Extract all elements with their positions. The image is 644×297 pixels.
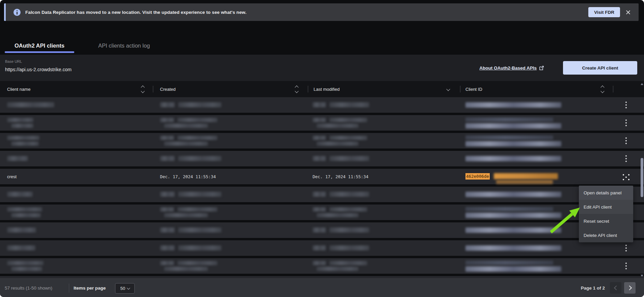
redacted-blur	[7, 192, 33, 197]
partial-row	[0, 276, 644, 278]
redacted-blur	[317, 141, 358, 146]
redacted-blur	[313, 118, 326, 122]
table-row-crest[interactable]: crestDec. 17, 2024 11:55:34Dec. 17, 2024…	[0, 169, 644, 187]
chevron-down-icon	[127, 286, 130, 289]
page-status: Page 1 of 2	[581, 279, 605, 297]
row-actions-kebab-icon[interactable]	[625, 102, 627, 108]
redacted-blur	[329, 156, 369, 161]
redacted-blur	[465, 192, 561, 197]
redacted-blur	[160, 227, 175, 233]
table-row[interactable]	[0, 187, 644, 205]
menu-item-delete-api-client[interactable]: Delete API client	[579, 228, 633, 242]
row-actions-open-icon[interactable]	[623, 174, 630, 180]
base-url-label: Base URL	[5, 59, 22, 63]
redacted-blur	[313, 156, 326, 161]
results-count: 57 results (1-50 shown)	[5, 279, 52, 297]
redacted-blur	[329, 136, 367, 140]
scrollbar-thumb[interactable]	[641, 158, 643, 197]
redacted-blur	[313, 207, 326, 212]
client-name-cell: crest	[7, 169, 17, 184]
sort-icon-created[interactable]	[295, 81, 298, 97]
banner-accent-bar	[4, 3, 6, 21]
redacted-blur	[329, 192, 369, 197]
table-row[interactable]	[0, 115, 644, 133]
redacted-blur	[329, 207, 367, 212]
redacted-blur	[7, 156, 28, 161]
redacted-blur	[160, 261, 174, 265]
table-row[interactable]	[0, 133, 644, 151]
table-row[interactable]	[0, 97, 644, 115]
redacted-blur	[11, 124, 33, 128]
redacted-blur	[178, 136, 217, 140]
row-actions-kebab-icon[interactable]	[625, 137, 627, 144]
column-header-client-name[interactable]: Client name	[7, 81, 30, 97]
redacted-blur	[178, 207, 217, 212]
redacted-blur	[178, 245, 221, 250]
redacted-blur	[178, 227, 221, 233]
tab-api-clients-action-log[interactable]: API clients action log	[88, 38, 160, 53]
redacted-blur	[178, 261, 217, 265]
scrollbar-down-arrow[interactable]	[641, 275, 643, 277]
redacted-blur	[496, 180, 553, 184]
redacted-blur	[160, 156, 175, 161]
redacted-blur	[494, 173, 558, 179]
redacted-blur	[465, 245, 561, 251]
redacted-blur	[465, 141, 561, 146]
redacted-blur	[313, 192, 326, 197]
row-actions-kebab-icon[interactable]	[625, 155, 627, 162]
redacted-blur	[178, 102, 221, 107]
redacted-blur	[329, 118, 367, 122]
sort-icon-last-modified[interactable]	[447, 81, 450, 97]
about-oauth2-apis-link[interactable]: About OAuth2-Based APIs	[479, 55, 544, 81]
tab-oauth2-api-clients[interactable]: OAuth2 API clients	[5, 38, 74, 53]
table-row[interactable]	[0, 205, 644, 222]
redacted-blur	[160, 136, 174, 140]
column-header-created[interactable]: Created	[160, 81, 176, 97]
column-header-client-id[interactable]: Client ID	[465, 81, 482, 97]
client-id-highlight[interactable]: 462e006de	[465, 173, 490, 180]
table-row[interactable]	[0, 240, 644, 258]
redacted-blur	[7, 207, 42, 212]
menu-item-edit-api-client[interactable]: Edit API client	[579, 200, 633, 214]
redacted-blur	[7, 118, 33, 122]
previous-page-button[interactable]	[610, 282, 621, 294]
row-actions-kebab-icon[interactable]	[625, 245, 627, 251]
context-menu: Open details panelEdit API clientReset s…	[579, 186, 633, 242]
redacted-blur	[178, 118, 217, 122]
redacted-blur	[465, 156, 561, 161]
redacted-blur	[313, 102, 326, 107]
row-actions-kebab-icon[interactable]	[625, 119, 627, 126]
redacted-blur	[329, 261, 367, 265]
visit-fdr-button[interactable]: Visit FDR	[588, 7, 620, 17]
table-row[interactable]	[0, 151, 644, 169]
table-header: Client name Created Last modified Client…	[0, 81, 644, 97]
table-body: crestDec. 17, 2024 11:55:34Dec. 17, 2024…	[0, 97, 644, 278]
redacted-blur	[11, 213, 41, 217]
scrollbar-up-arrow[interactable]	[641, 83, 643, 85]
redacted-blur	[317, 213, 358, 217]
column-header-last-modified[interactable]: Last modified	[314, 81, 340, 97]
redacted-blur	[7, 102, 54, 107]
redacted-blur	[178, 156, 221, 161]
last-modified-cell: Dec. 17, 2024 11:55:34	[313, 169, 369, 184]
row-actions-kebab-icon[interactable]	[625, 263, 627, 269]
redacted-blur	[178, 192, 221, 197]
redacted-blur	[465, 123, 561, 129]
banner-message: Falcon Data Replicator has moved to a ne…	[25, 10, 246, 15]
items-per-page-select[interactable]: 50	[115, 283, 135, 294]
sort-icon-client-name[interactable]	[141, 81, 144, 97]
table-row[interactable]	[0, 258, 644, 276]
sort-icon-client-id[interactable]	[601, 81, 604, 97]
redacted-blur	[164, 124, 208, 128]
redacted-blur	[164, 141, 208, 146]
table-row[interactable]	[0, 222, 644, 240]
next-page-button[interactable]	[624, 282, 636, 294]
toolbar: Base URL https://api.us-2.crowdstrike.co…	[0, 55, 644, 81]
redacted-blur	[313, 136, 326, 140]
menu-item-reset-secret[interactable]: Reset secret	[579, 214, 633, 228]
close-icon[interactable]	[625, 10, 630, 15]
external-link-icon	[539, 65, 544, 71]
create-api-client-button[interactable]: Create API client	[563, 61, 637, 75]
redacted-blur	[465, 102, 561, 108]
menu-item-open-details-panel[interactable]: Open details panel	[579, 186, 633, 200]
